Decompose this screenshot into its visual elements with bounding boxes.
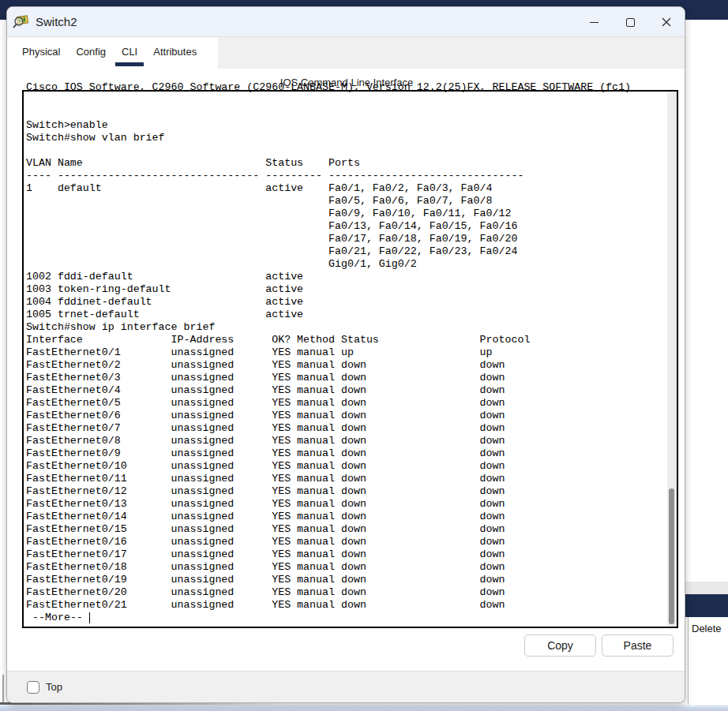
- top-checkbox-label: Top: [46, 681, 62, 693]
- tab-physical[interactable]: Physical: [17, 37, 65, 69]
- close-icon: [662, 17, 671, 27]
- close-button[interactable]: [648, 7, 685, 37]
- copy-button[interactable]: Copy: [524, 634, 596, 657]
- minimize-icon: [590, 22, 599, 23]
- background-navy-toolbar: [679, 594, 728, 617]
- terminal-output[interactable]: Cisco IOS Software, C2960 Software (C296…: [24, 81, 677, 627]
- background-bottom-strip: [0, 705, 728, 711]
- tab-cli[interactable]: CLI: [117, 37, 142, 69]
- titlebar[interactable]: Switch2: [7, 7, 685, 37]
- tab-config[interactable]: Config: [71, 37, 111, 69]
- window-controls: [576, 7, 685, 37]
- delete-tool-label[interactable]: Delete: [692, 623, 722, 634]
- tabs: Physical Config CLI Attributes: [8, 37, 218, 69]
- packet-tracer-device-icon: [13, 13, 30, 31]
- paste-button[interactable]: Paste: [602, 634, 674, 657]
- footer-bar: Top: [7, 671, 685, 702]
- background-divider: [688, 617, 689, 705]
- maximize-icon: [626, 18, 635, 27]
- device-window: Switch2 Physical Config CLI Attributes: [6, 6, 685, 703]
- top-checkbox[interactable]: [27, 681, 39, 694]
- tab-attributes[interactable]: Attributes: [148, 37, 201, 69]
- background-scrollbar-fragment: [2, 675, 4, 703]
- minimize-button[interactable]: [576, 7, 612, 37]
- screen: Delete Switch2: [0, 0, 728, 711]
- text-cursor: [89, 612, 90, 623]
- window-title: Switch2: [36, 15, 77, 28]
- tab-bar: Physical Config CLI Attributes: [8, 37, 685, 69]
- maximize-button[interactable]: [612, 7, 648, 37]
- cli-terminal[interactable]: Cisco IOS Software, C2960 Software (C296…: [22, 90, 678, 628]
- background-gray-band: [679, 582, 728, 594]
- terminal-scrollbar-thumb[interactable]: [669, 488, 674, 624]
- terminal-scrollbar[interactable]: [667, 92, 677, 627]
